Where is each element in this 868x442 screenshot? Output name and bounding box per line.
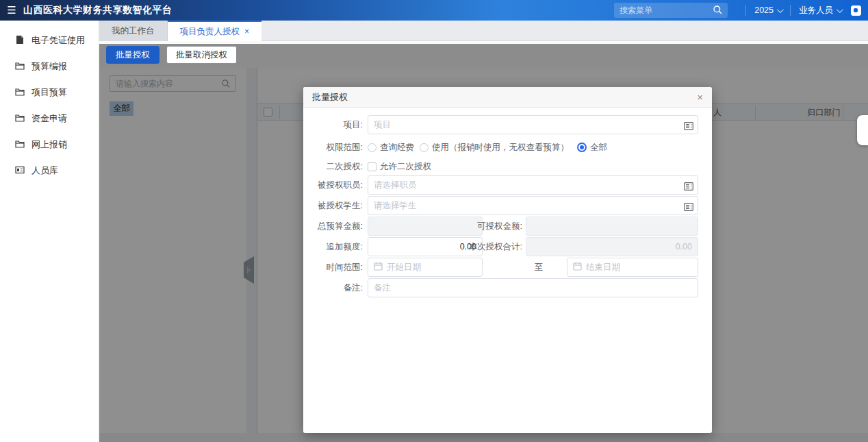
radio-label[interactable]: 使用（报销时使用，无权查看预算） (432, 142, 569, 154)
secondary-auth-row: 二次授权: 允许二次授权 (303, 160, 712, 173)
close-icon[interactable]: × (244, 27, 249, 36)
end-date-placeholder: 结束日期 (586, 262, 620, 273)
current-total-label: 本次授权合计: (463, 241, 522, 253)
sidebar: 电子凭证使用 预算编报 项目预算 资金申请 网上报销 人员库 (0, 21, 99, 442)
dialog-header: 批量授权 × (303, 87, 712, 108)
role-dropdown[interactable]: 业务人员 (799, 5, 841, 16)
time-range-label: 时间范围: (303, 262, 363, 273)
staff-row: 被授权职员: (303, 175, 712, 195)
remark-row: 备注: (303, 278, 712, 297)
sidebar-item-voucher[interactable]: 电子凭证使用 (0, 27, 99, 53)
folder-icon (15, 87, 25, 99)
table-settings-flyout[interactable] (857, 115, 868, 145)
project-input[interactable] (368, 115, 698, 134)
authorizable-amount-label: 可授权金额: (463, 221, 522, 232)
toolbar: 批量授权 批量取消授权 (106, 46, 237, 64)
sidebar-item-personnel[interactable]: 人员库 (0, 158, 99, 184)
current-total-input (526, 237, 698, 256)
navbar-right: 2025 业务人员 (614, 3, 868, 18)
select-list-icon[interactable] (684, 181, 693, 193)
remark-input[interactable] (368, 278, 698, 297)
radio-query-funds[interactable] (368, 143, 376, 152)
portal-icon[interactable] (851, 5, 861, 16)
close-icon[interactable]: × (697, 92, 703, 102)
student-label: 被授权学生: (303, 200, 363, 212)
menu-icon[interactable]: ☰ (0, 4, 23, 16)
tab-bar: 我的工作台 项目负责人授权 × (99, 21, 868, 41)
sidebar-item-project-budget[interactable]: 项目预算 (0, 79, 99, 106)
batch-authorize-dialog: 批量授权 × 项目: 权限范围: 查询经费 使用（报销时使用，无权查看预算） 全… (303, 87, 712, 433)
secondary-auth-group: 允许二次授权 (368, 161, 434, 173)
scope-row: 权限范围: 查询经费 使用（报销时使用，无权查看预算） 全部 (303, 140, 712, 154)
tab-project-leader-authorization[interactable]: 项目负责人授权 × (168, 21, 262, 41)
end-date-input[interactable]: 结束日期 (567, 258, 698, 277)
sidebar-item-label: 预算编报 (31, 60, 67, 73)
additional-quota-label: 追加额度: (303, 241, 363, 253)
calendar-icon (573, 262, 582, 273)
remark-label: 备注: (303, 282, 363, 294)
select-list-icon[interactable] (684, 201, 693, 214)
sidebar-item-label: 电子凭证使用 (31, 34, 85, 47)
divider (790, 5, 791, 16)
time-range-row: 时间范围: 开始日期 至 结束日期 (303, 258, 712, 277)
menu-search (614, 3, 728, 18)
tab-my-workbench[interactable]: 我的工作台 (99, 21, 168, 41)
tab-label: 项目负责人授权 (180, 26, 240, 38)
student-row: 被授权学生: (303, 196, 712, 215)
total-budget-label: 总预算金额: (303, 221, 363, 232)
folder-icon (15, 113, 25, 125)
student-input[interactable] (368, 196, 698, 215)
divider (745, 5, 746, 16)
secondary-auth-label: 二次授权: (303, 161, 363, 173)
sidebar-item-label: 人员库 (31, 164, 58, 177)
year-dropdown[interactable]: 2025 (754, 5, 782, 15)
top-navbar: ☰ 山西医科大学财务共享数智化平台 2025 业务人员 (0, 0, 868, 21)
folder-icon (15, 61, 25, 73)
quota-row: 追加额度: 本次授权合计: (303, 237, 712, 256)
start-date-input[interactable]: 开始日期 (368, 258, 483, 277)
staff-input[interactable] (368, 175, 698, 195)
project-label: 项目: (303, 119, 363, 131)
budget-row: 总预算金额: 可授权金额: (303, 217, 712, 236)
app-title: 山西医科大学财务共享数智化平台 (23, 4, 173, 16)
batch-cancel-authorize-button[interactable]: 批量取消授权 (166, 46, 237, 64)
select-list-icon[interactable] (684, 121, 693, 133)
sidebar-item-online-reimburse[interactable]: 网上报销 (0, 132, 99, 158)
scope-label: 权限范围: (303, 142, 363, 154)
scope-radio-group: 查询经费 使用（报销时使用，无权查看预算） 全部 (368, 142, 610, 154)
radio-use[interactable] (420, 143, 429, 152)
authorizable-amount-input (526, 217, 698, 236)
chevron-down-icon (777, 6, 784, 13)
sidebar-item-budget-report[interactable]: 预算编报 (0, 53, 99, 79)
year-value: 2025 (754, 5, 774, 15)
checkbox-label[interactable]: 允许二次授权 (380, 161, 431, 173)
start-date-placeholder: 开始日期 (387, 262, 421, 273)
chevron-down-icon (837, 6, 843, 13)
radio-label[interactable]: 查询经费 (380, 142, 414, 154)
search-icon[interactable] (713, 5, 723, 18)
voucher-icon (15, 35, 25, 47)
menu-search-input[interactable] (614, 3, 728, 18)
calendar-icon (374, 262, 383, 273)
id-card-icon (15, 165, 25, 177)
sidebar-item-label: 项目预算 (31, 86, 67, 99)
radio-all[interactable] (577, 143, 587, 152)
radio-label[interactable]: 全部 (590, 142, 607, 154)
role-value: 业务人员 (799, 5, 833, 16)
batch-authorize-button[interactable]: 批量授权 (106, 46, 159, 64)
sidebar-item-label: 网上报销 (31, 138, 67, 151)
tab-label: 我的工作台 (112, 25, 155, 37)
sidebar-item-label: 资金申请 (31, 112, 67, 125)
dialog-title: 批量授权 (312, 91, 348, 103)
staff-label: 被授权职员: (303, 180, 363, 191)
sidebar-item-fund-apply[interactable]: 资金申请 (0, 106, 99, 132)
folder-icon (15, 139, 25, 151)
project-row: 项目: (303, 115, 712, 134)
to-label: 至 (535, 262, 544, 273)
allow-secondary-checkbox[interactable] (368, 162, 376, 171)
